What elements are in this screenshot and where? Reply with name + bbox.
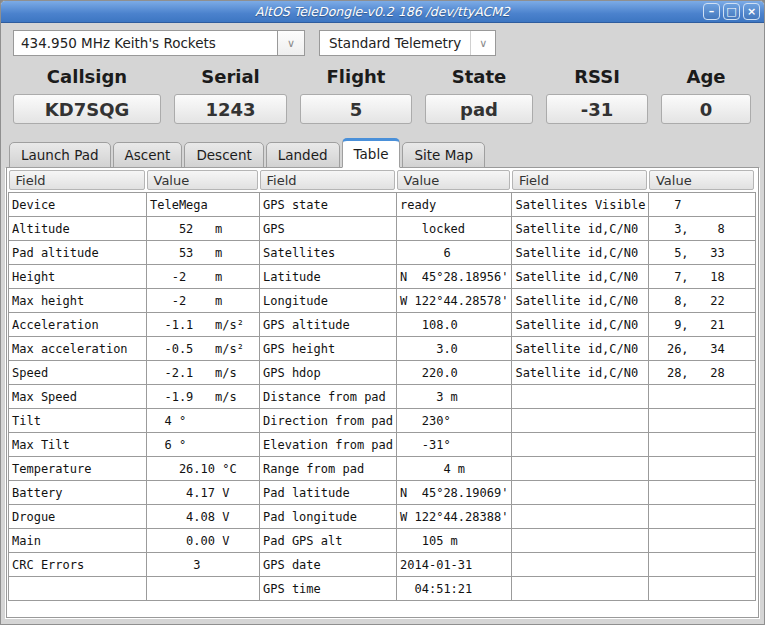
value-cell: -1.1 m/s² <box>147 313 260 337</box>
flight-value: 5 <box>300 94 412 124</box>
table-row: Tilt 4 °Direction from pad 230° <box>9 409 756 433</box>
tab-descent[interactable]: Descent <box>184 142 263 168</box>
table-row: Battery 4.17 VPad latitudeN 45°28.19069' <box>9 481 756 505</box>
value-cell <box>649 577 756 601</box>
field-cell: Drogue <box>9 505 147 529</box>
minimize-icon[interactable]: – <box>703 3 720 20</box>
field-cell <box>512 577 649 601</box>
field-cell <box>512 409 649 433</box>
value-cell: 3 <box>147 553 260 577</box>
status-header-row: Callsign Serial Flight State RSSI Age <box>1 66 764 87</box>
field-cell: Altitude <box>9 217 147 241</box>
value-cell: 108.0 <box>397 313 512 337</box>
value-cell: locked <box>397 217 512 241</box>
title-bar[interactable]: AltOS TeleDongle-v0.2 186 /dev/ttyACM2 –… <box>1 1 764 23</box>
table-row: Acceleration -1.1 m/s²GPS altitude 108.0… <box>9 313 756 337</box>
field-cell: Satellite id,C/N0 <box>512 289 649 313</box>
value-cell <box>649 481 756 505</box>
column-header[interactable]: Field <box>9 169 147 193</box>
field-cell: Max Speed <box>9 385 147 409</box>
column-header[interactable]: Value <box>147 169 260 193</box>
field-cell <box>512 433 649 457</box>
value-cell: 0.00 V <box>147 529 260 553</box>
maximize-icon[interactable]: □ <box>723 3 740 20</box>
value-cell: 3.0 <box>397 337 512 361</box>
table-header-row: FieldValueFieldValueFieldValue <box>9 169 756 193</box>
field-cell: Main <box>9 529 147 553</box>
table-tab-panel: FieldValueFieldValueFieldValue DeviceTel… <box>6 167 759 618</box>
toolbar: 434.950 MHz Keith's Rockets ∨ Standard T… <box>1 23 764 56</box>
rssi-value: -31 <box>546 94 648 124</box>
table-row: Pad altitude 53 mSatellites 6Satellite i… <box>9 241 756 265</box>
tab-site-map[interactable]: Site Map <box>402 142 485 168</box>
value-cell: 3 m <box>397 385 512 409</box>
state-label: State <box>425 66 533 87</box>
field-cell: GPS time <box>260 577 397 601</box>
value-cell <box>649 385 756 409</box>
value-cell: W 122°44.28578' <box>397 289 512 313</box>
value-cell: 6 <box>397 241 512 265</box>
frequency-combobox[interactable]: 434.950 MHz Keith's Rockets ∨ <box>13 30 305 56</box>
telemetry-combobox[interactable]: Standard Telemetry ∨ <box>319 30 496 56</box>
table-row: Max Speed -1.9 m/sDistance from pad 3 m <box>9 385 756 409</box>
field-cell <box>512 529 649 553</box>
column-header[interactable]: Value <box>397 169 512 193</box>
column-header[interactable]: Field <box>260 169 397 193</box>
chevron-down-icon: ∨ <box>479 37 487 50</box>
value-cell: 3, 8 <box>649 217 756 241</box>
frequency-value[interactable]: 434.950 MHz Keith's Rockets <box>13 30 278 56</box>
table-row: Main 0.00 VPad GPS alt 105 m <box>9 529 756 553</box>
tab-ascent[interactable]: Ascent <box>113 142 183 168</box>
field-cell: Satellite id,C/N0 <box>512 361 649 385</box>
value-cell: W 122°44.28388' <box>397 505 512 529</box>
window-title: AltOS TeleDongle-v0.2 186 /dev/ttyACM2 <box>1 4 764 19</box>
field-cell: GPS altitude <box>260 313 397 337</box>
tab-table[interactable]: Table <box>342 138 401 168</box>
field-cell: CRC Errors <box>9 553 147 577</box>
value-cell: TeleMega <box>147 193 260 217</box>
close-icon[interactable]: × <box>743 3 760 20</box>
field-cell: GPS state <box>260 193 397 217</box>
value-cell: 6 ° <box>147 433 260 457</box>
field-cell: Pad latitude <box>260 481 397 505</box>
field-cell: Temperature <box>9 457 147 481</box>
column-header[interactable]: Value <box>649 169 756 193</box>
table-row: Altitude 52 mGPS lockedSatellite id,C/N0… <box>9 217 756 241</box>
value-cell: N 45°28.18956' <box>397 265 512 289</box>
value-cell <box>649 505 756 529</box>
age-label: Age <box>661 66 751 87</box>
field-cell: Elevation from pad <box>260 433 397 457</box>
field-cell <box>512 385 649 409</box>
value-cell: 4 ° <box>147 409 260 433</box>
table-row: Drogue 4.08 VPad longitudeW 122°44.28388… <box>9 505 756 529</box>
value-cell: N 45°28.19069' <box>397 481 512 505</box>
table-row: Max Tilt 6 °Elevation from pad -31° <box>9 433 756 457</box>
value-cell: 7 <box>649 193 756 217</box>
field-cell <box>512 553 649 577</box>
tab-launch-pad[interactable]: Launch Pad <box>9 142 111 168</box>
value-cell: 4.17 V <box>147 481 260 505</box>
field-cell: Pad altitude <box>9 241 147 265</box>
column-header[interactable]: Field <box>512 169 649 193</box>
field-cell: Battery <box>9 481 147 505</box>
value-cell: 5, 33 <box>649 241 756 265</box>
table-row: Max height -2 mLongitudeW 122°44.28578'S… <box>9 289 756 313</box>
field-cell: Acceleration <box>9 313 147 337</box>
tab-landed[interactable]: Landed <box>266 142 340 168</box>
value-cell: 105 m <box>397 529 512 553</box>
field-cell: Direction from pad <box>260 409 397 433</box>
field-cell: Device <box>9 193 147 217</box>
frequency-dropdown-button[interactable]: ∨ <box>278 30 305 56</box>
telemetry-dropdown-button[interactable]: ∨ <box>470 31 495 55</box>
value-cell: -1.9 m/s <box>147 385 260 409</box>
value-cell: 04:51:21 <box>397 577 512 601</box>
value-cell: 8, 22 <box>649 289 756 313</box>
state-value: pad <box>425 94 533 124</box>
value-cell: ready <box>397 193 512 217</box>
field-cell: Satellite id,C/N0 <box>512 217 649 241</box>
field-cell: Satellite id,C/N0 <box>512 337 649 361</box>
value-cell: 28, 28 <box>649 361 756 385</box>
field-cell: GPS hdop <box>260 361 397 385</box>
value-cell: 26.10 °C <box>147 457 260 481</box>
age-value: 0 <box>661 94 751 124</box>
